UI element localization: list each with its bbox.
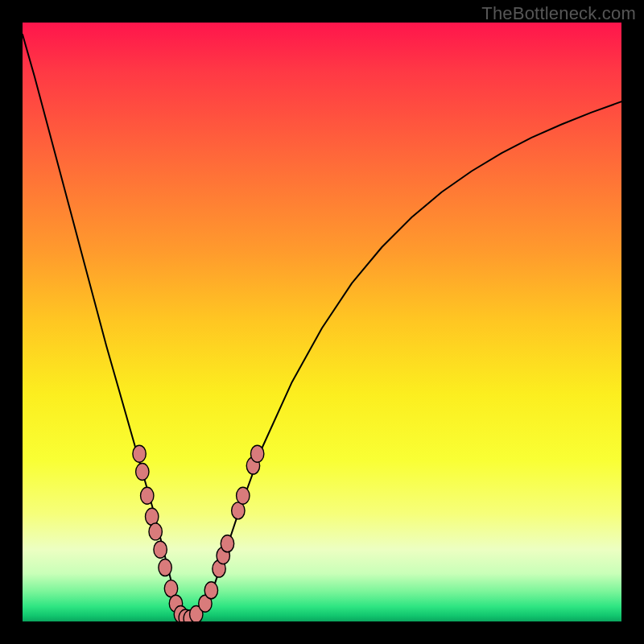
data-marker bbox=[146, 508, 159, 525]
chart-stage: TheBottleneck.com bbox=[0, 0, 644, 644]
data-marker bbox=[250, 445, 263, 462]
data-marker bbox=[154, 541, 167, 558]
data-marker bbox=[133, 445, 146, 462]
plot-area bbox=[23, 23, 621, 621]
data-marker bbox=[232, 502, 245, 519]
bottleneck-curve bbox=[23, 35, 621, 619]
data-marker bbox=[159, 559, 171, 576]
data-marker bbox=[221, 535, 233, 552]
data-marker bbox=[136, 464, 149, 481]
watermark-text: TheBottleneck.com bbox=[481, 3, 636, 24]
chart-svg bbox=[23, 23, 621, 621]
data-marker bbox=[164, 580, 177, 597]
data-marker bbox=[204, 582, 217, 599]
data-marker bbox=[237, 487, 250, 504]
data-markers bbox=[133, 445, 264, 621]
data-marker bbox=[141, 487, 154, 504]
data-marker bbox=[149, 523, 162, 540]
